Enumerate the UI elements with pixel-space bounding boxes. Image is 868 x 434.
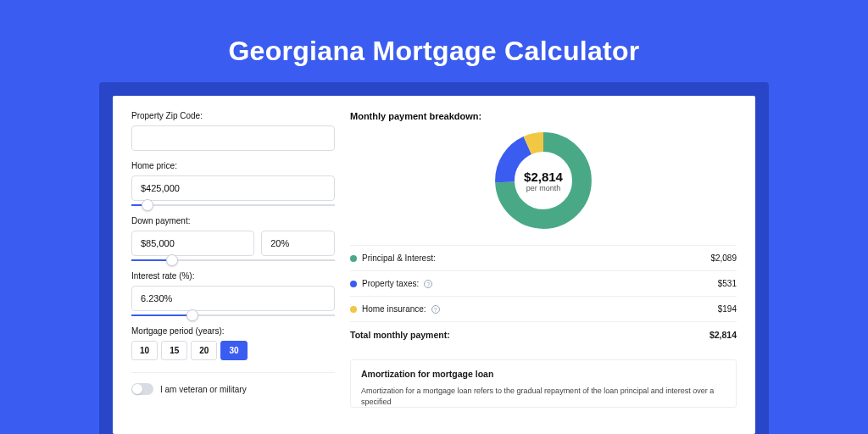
interest-field: Interest rate (%): [131, 271, 335, 316]
legend-insurance-value: $194 [718, 304, 737, 314]
legend-taxes-value: $531 [718, 279, 737, 288]
home-price-label: Home price: [131, 161, 335, 170]
zip-field: Property Zip Code: [131, 111, 335, 151]
period-field: Mortgage period (years): 10 15 20 30 [131, 326, 335, 360]
inputs-column: Property Zip Code: Home price: Down paym… [131, 111, 335, 434]
veteran-row: I am veteran or military [131, 372, 335, 395]
interest-label: Interest rate (%): [131, 271, 335, 281]
legend-principal-value: $2,089 [710, 253, 737, 263]
home-price-input[interactable] [131, 175, 335, 201]
period-10-button[interactable]: 10 [131, 341, 158, 360]
donut-amount: $2,814 [524, 170, 563, 184]
home-price-slider[interactable] [131, 204, 335, 206]
donut-wrap: $2,814 per month [350, 130, 737, 231]
down-payment-pct-input[interactable] [261, 231, 335, 256]
veteran-label: I am veteran or military [160, 385, 247, 394]
zip-label: Property Zip Code: [131, 111, 335, 120]
info-icon[interactable]: ? [424, 280, 432, 288]
legend-principal-label: Principal & Interest: [362, 253, 436, 263]
legend-taxes-row: Property taxes: ? $531 [350, 270, 737, 296]
home-price-slider-thumb[interactable] [142, 199, 153, 211]
period-15-button[interactable]: 15 [161, 341, 187, 360]
legend-total-value: $2,814 [709, 330, 737, 340]
donut-chart: $2,814 per month [492, 130, 594, 231]
amortization-box: Amortization for mortgage loan Amortizat… [350, 359, 737, 408]
legend-total-row: Total monthly payment: $2,814 [350, 321, 737, 348]
legend-insurance-label: Home insurance: [362, 304, 426, 314]
page-title: Georgiana Mortgage Calculator [228, 36, 639, 67]
home-price-field: Home price: [131, 161, 335, 206]
down-payment-slider[interactable] [131, 259, 335, 261]
dot-blue-icon [350, 281, 357, 287]
dark-band: Property Zip Code: Home price: Down paym… [99, 82, 769, 434]
info-icon[interactable]: ? [431, 305, 440, 314]
period-20-button[interactable]: 20 [191, 341, 217, 360]
interest-slider-fill [131, 314, 192, 316]
period-30-button[interactable]: 30 [220, 341, 247, 360]
donut-center: $2,814 per month [492, 130, 594, 231]
donut-sub: per month [526, 184, 561, 192]
dot-yellow-icon [350, 306, 357, 313]
down-payment-slider-thumb[interactable] [166, 254, 178, 266]
legend-taxes-label: Property taxes: [362, 279, 419, 288]
calculator-card: Property Zip Code: Home price: Down paym… [113, 96, 755, 434]
amortization-text: Amortization for a mortgage loan refers … [361, 386, 726, 407]
veteran-toggle[interactable] [131, 383, 153, 395]
down-payment-input[interactable] [131, 231, 254, 256]
legend-insurance-row: Home insurance: ? $194 [350, 296, 737, 321]
amortization-title: Amortization for mortgage loan [361, 369, 726, 379]
dot-green-icon [350, 255, 357, 262]
zip-input[interactable] [131, 125, 335, 151]
breakdown-title: Monthly payment breakdown: [350, 111, 737, 121]
down-payment-field: Down payment: [131, 216, 335, 261]
interest-input[interactable] [131, 286, 335, 311]
results-column: Monthly payment breakdown: $2,814 per mo… [350, 111, 737, 434]
period-row: 10 15 20 30 [131, 341, 335, 360]
veteran-toggle-knob [132, 384, 142, 394]
down-payment-label: Down payment: [131, 216, 335, 225]
interest-slider[interactable] [131, 314, 335, 316]
interest-slider-thumb[interactable] [186, 309, 198, 321]
legend-total-label: Total monthly payment: [350, 330, 450, 340]
period-label: Mortgage period (years): [131, 326, 335, 336]
legend-principal-row: Principal & Interest: $2,089 [350, 245, 737, 270]
